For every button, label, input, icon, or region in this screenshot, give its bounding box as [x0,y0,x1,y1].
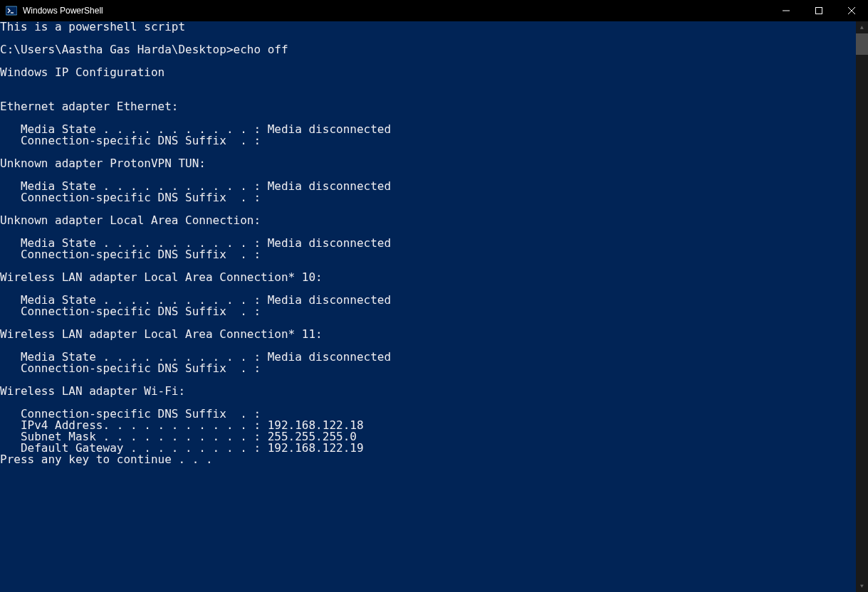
window-titlebar[interactable]: Windows PowerShell [0,0,868,21]
powershell-icon [6,5,17,16]
scroll-thumb[interactable] [856,33,868,55]
window-title: Windows PowerShell [23,6,770,16]
minimize-button[interactable] [770,0,802,21]
svg-rect-3 [816,8,822,14]
scroll-down-arrow[interactable]: ▼ [856,580,868,592]
maximize-button[interactable] [802,0,835,21]
close-button[interactable] [835,0,868,21]
window-controls [770,0,868,21]
svg-rect-0 [6,6,17,15]
vertical-scrollbar[interactable]: ▲ ▼ [856,21,868,592]
scroll-up-arrow[interactable]: ▲ [856,21,868,33]
terminal-output[interactable]: This is a powershell script C:\Users\Aas… [0,21,856,592]
